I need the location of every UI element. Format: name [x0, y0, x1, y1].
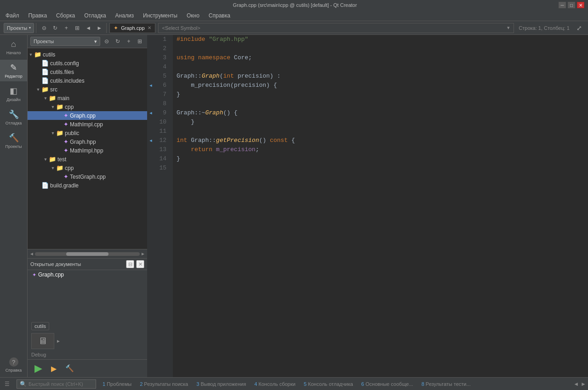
- active-tab-chip[interactable]: ✦ Graph.cpp ✕: [109, 23, 155, 33]
- line-number-8: 8: [154, 99, 169, 108]
- bottom-tab-2[interactable]: 2 Результаты поиска: [136, 380, 192, 388]
- file-tree-dropdown[interactable]: Проекты ▾: [30, 37, 100, 46]
- tree-label-testgraph-cpp: TestGraph.cpp: [70, 174, 106, 180]
- tree-item-mathimpl-hpp[interactable]: ✦MathImpl.hpp: [28, 146, 147, 155]
- bottom-tab-1[interactable]: 1 Проблемы: [99, 380, 135, 388]
- file-tree-scrollbar[interactable]: ◄ ►: [28, 249, 147, 258]
- sidebar-item-editor[interactable]: ✎ Редактор: [0, 60, 27, 81]
- open-doc-graph-cpp[interactable]: ✦ Graph.cpp: [28, 270, 147, 279]
- open-docs-split-btn[interactable]: ⊟: [126, 260, 134, 268]
- line-number-13: 13: [154, 145, 169, 154]
- scroll-left-button[interactable]: ◄: [29, 251, 34, 256]
- file-tree-filter-btn[interactable]: ⊝: [102, 37, 111, 46]
- bottom-tab-8[interactable]: 8 Результаты тести...: [418, 380, 474, 388]
- projects-dropdown[interactable]: Проекты ▾: [4, 23, 34, 33]
- tree-item-build-gradle[interactable]: 📄build.gradle: [28, 181, 147, 190]
- run-config-dropdown[interactable]: cutils: [31, 322, 49, 330]
- tree-item-cutils[interactable]: ▼📁cutils: [28, 50, 147, 59]
- toolbar-sync-button[interactable]: ↻: [50, 23, 60, 33]
- sidebar-item-projects[interactable]: 🔨 Проекты: [0, 130, 27, 152]
- left-panel: Проекты ▾ ⊝ ↻ + ⊞ ▼📁cutils📄cutils.config…: [28, 35, 147, 377]
- bottom-tab-5[interactable]: 5 Консоль отладчика: [300, 380, 357, 388]
- bottom-tab-6[interactable]: 6 Основные сообще...: [358, 380, 417, 388]
- tree-item-testgraph-cpp[interactable]: ✦TestGraph.cpp: [28, 172, 147, 181]
- tab-label-6: Основные сообще...: [365, 381, 413, 387]
- sidebar-item-help[interactable]: ? Справка: [0, 355, 27, 375]
- toolbar: Проекты ▾ ⊝ ↻ + ⊞ ◄ ► ✦ Graph.cpp ✕ <Sel…: [0, 21, 588, 35]
- search-box[interactable]: 🔍: [17, 379, 96, 389]
- menu-edit[interactable]: Правка: [25, 11, 51, 20]
- code-token: ::: [194, 72, 202, 81]
- home-icon: ⌂: [11, 40, 16, 49]
- tree-item-src[interactable]: ▼📁src: [28, 85, 147, 94]
- file-tree-sync-btn[interactable]: ↻: [113, 37, 122, 46]
- maximize-button[interactable]: □: [568, 2, 575, 8]
- code-token: [194, 53, 198, 62]
- tree-item-test-cpp-folder[interactable]: ▼📁cpp: [28, 164, 147, 172]
- scroll-right-button[interactable]: ►: [141, 251, 145, 256]
- code-editor[interactable]: #include "Graph.hpp"using namespace Core…: [173, 35, 588, 377]
- gutter-row-9[interactable]: ◄: [147, 108, 154, 118]
- code-token: }: [177, 118, 194, 127]
- design-icon: ◧: [10, 86, 17, 96]
- tree-label-cutils-files: cutils.files: [50, 69, 74, 75]
- tree-item-cpp-folder[interactable]: ▼📁cpp: [28, 102, 147, 111]
- menu-file[interactable]: Файл: [2, 11, 23, 20]
- close-button[interactable]: ✕: [577, 2, 584, 8]
- toolbar-add-button[interactable]: +: [61, 23, 71, 33]
- line-numbers: 123456789101112131415: [154, 35, 173, 377]
- tree-arrow-public-folder: ▼: [50, 131, 56, 136]
- bottom-toggle-button[interactable]: ☰: [2, 379, 12, 389]
- gutter-row-12[interactable]: ◄: [147, 136, 154, 145]
- menu-window[interactable]: Окно: [183, 11, 203, 20]
- menu-build[interactable]: Сборка: [52, 11, 79, 20]
- tree-item-test-folder[interactable]: ▼📁test: [28, 155, 147, 164]
- open-docs-close-btn[interactable]: ✕: [136, 260, 144, 268]
- gutter-row-6[interactable]: ◄: [147, 81, 154, 90]
- tree-item-cutils-files[interactable]: 📄cutils.files: [28, 68, 147, 76]
- tab-close-icon[interactable]: ✕: [148, 25, 151, 30]
- toolbar-filter-button[interactable]: ⊝: [39, 23, 49, 33]
- minimize-button[interactable]: ─: [559, 2, 566, 8]
- tree-item-graph-hpp[interactable]: ✦Graph.hpp: [28, 137, 147, 146]
- file-tree-add-btn[interactable]: +: [124, 37, 133, 46]
- expand-editor-button[interactable]: ⤢: [574, 23, 584, 33]
- tree-icon-cutils-config: 📄: [41, 60, 49, 67]
- toolbar-expand-button[interactable]: ⊞: [72, 23, 82, 33]
- open-docs-title[interactable]: Открытые документы: [30, 261, 124, 267]
- symbol-select-dropdown[interactable]: <Select Symbol> ▾: [158, 23, 514, 33]
- menu-tools[interactable]: Инструменты: [139, 11, 181, 20]
- search-input[interactable]: [29, 381, 93, 387]
- scroll-track[interactable]: [35, 252, 140, 256]
- code-token: [212, 145, 216, 154]
- bottom-tab-4[interactable]: 4 Консоль сборки: [251, 380, 299, 388]
- sidebar-item-design[interactable]: ◧ Дизайн: [0, 83, 27, 105]
- run-section: cutils 🖥 ► Debug: [28, 318, 147, 359]
- tree-icon-test-folder: 📁: [49, 156, 56, 163]
- tree-item-public-folder[interactable]: ▼📁public: [28, 129, 147, 137]
- sidebar-item-start[interactable]: ⌂ Начало: [0, 37, 27, 58]
- bottom-tab-3[interactable]: 3 Вывод приложения: [193, 380, 250, 388]
- menu-debug[interactable]: Отладка: [80, 11, 109, 20]
- toolbar-next-button[interactable]: ►: [94, 23, 104, 33]
- tree-item-cutils-config[interactable]: 📄cutils.config: [28, 59, 147, 68]
- run-build-button[interactable]: 🔨: [63, 362, 76, 374]
- tree-icon-src: 📁: [41, 86, 49, 93]
- run-debug-button[interactable]: ▶: [47, 362, 61, 374]
- file-tree-expand-btn[interactable]: ⊞: [135, 37, 144, 46]
- sidebar-item-debug[interactable]: 🔧 Отладка: [0, 107, 27, 128]
- tree-icon-cutils-includes: 📄: [41, 77, 49, 84]
- scroll-tabs-right[interactable]: ►: [581, 381, 586, 387]
- scroll-tabs-left[interactable]: ◄: [573, 381, 579, 387]
- toolbar-prev-button[interactable]: ◄: [83, 23, 93, 33]
- tree-item-main[interactable]: ▼📁main: [28, 94, 147, 102]
- menu-help[interactable]: Справка: [205, 11, 234, 20]
- menu-analyze[interactable]: Анализ: [112, 11, 138, 20]
- tree-item-cutils-includes[interactable]: 📄cutils.includes: [28, 76, 147, 85]
- code-token: namespace: [198, 53, 230, 62]
- code-line-14: }: [177, 154, 584, 164]
- tree-item-graph-cpp[interactable]: ✦Graph.cpp: [28, 111, 147, 120]
- tree-item-mathimpl-cpp[interactable]: ✦MathImpl.cpp: [28, 120, 147, 129]
- code-line-10: }: [177, 118, 584, 127]
- run-play-button[interactable]: ▶: [31, 362, 45, 374]
